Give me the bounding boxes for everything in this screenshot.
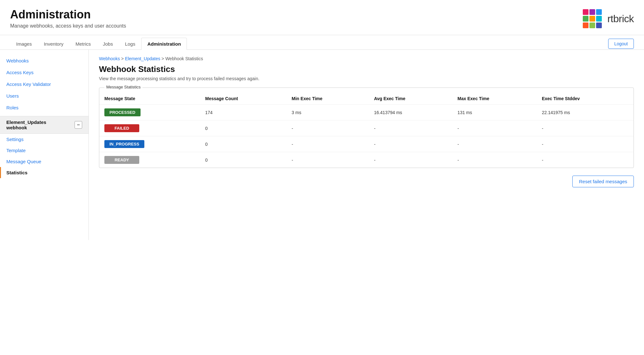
breadcrumb-sep1: > (121, 56, 125, 61)
stats-legend: Message Statistics (104, 85, 142, 89)
reset-failed-messages-button[interactable]: Reset failed messages (572, 176, 634, 187)
breadcrumb: Webhooks > Element_Updates > Webhook Sta… (99, 56, 634, 61)
cell-avg: - (369, 120, 452, 136)
cell-count: 174 (200, 105, 287, 120)
breadcrumb-element-updates[interactable]: Element_Updates (125, 56, 160, 61)
logo-area: rtbrick (581, 8, 634, 30)
tab-inventory[interactable]: Inventory (38, 38, 69, 50)
svg-rect-7 (589, 23, 595, 28)
page-title: Administration (10, 8, 126, 21)
sidebar-section-title: Element_Updateswebhook (6, 119, 46, 130)
cell-max: - (452, 120, 537, 136)
svg-rect-4 (589, 16, 595, 22)
cell-min: - (286, 136, 369, 152)
svg-rect-6 (583, 23, 588, 28)
col-header-min: Min Exec Time (286, 93, 369, 105)
tab-jobs[interactable]: Jobs (97, 38, 119, 50)
content-area: Webhooks > Element_Updates > Webhook Sta… (89, 50, 644, 240)
cell-min: - (286, 152, 369, 168)
svg-rect-5 (596, 16, 602, 22)
cell-max: - (452, 136, 537, 152)
cell-stddev: - (537, 120, 634, 136)
header-left: Administration Manage webhooks, access k… (10, 8, 126, 29)
breadcrumb-end: > Webhook Statistics (161, 56, 203, 61)
logout-button[interactable]: Logout (608, 39, 634, 49)
cell-stddev: - (537, 136, 634, 152)
tab-administration[interactable]: Administration (141, 38, 187, 50)
sidebar-item-roles[interactable]: Roles (0, 102, 89, 113)
sidebar-section-element-updates: Element_Updateswebhook − Settings Templa… (0, 116, 89, 178)
svg-rect-3 (583, 16, 588, 22)
svg-rect-0 (583, 9, 588, 15)
svg-rect-1 (589, 9, 595, 15)
cell-avg: - (369, 136, 452, 152)
sidebar-item-message-queue[interactable]: Message Queue (0, 156, 89, 167)
state-badge: PROCESSED (104, 108, 141, 116)
sidebar: Webhooks Access Keys Access Key Validato… (0, 50, 89, 240)
cell-state: READY (99, 152, 200, 168)
sidebar-item-access-keys[interactable]: Access Keys (0, 67, 89, 78)
stats-box: Message Statistics Message State Message… (99, 87, 634, 168)
svg-rect-8 (596, 23, 602, 28)
cell-state: PROCESSED (99, 105, 200, 120)
cell-avg: - (369, 152, 452, 168)
stats-table: Message State Message Count Min Exec Tim… (99, 93, 634, 168)
cell-count: 0 (200, 120, 287, 136)
table-row: FAILED 0 - - - - (99, 120, 634, 136)
breadcrumb-webhooks[interactable]: Webhooks (99, 56, 120, 61)
tab-images[interactable]: Images (10, 38, 38, 50)
sidebar-item-users[interactable]: Users (0, 90, 89, 102)
state-badge: READY (104, 156, 139, 164)
sidebar-item-settings[interactable]: Settings (0, 134, 89, 145)
content-page-title: Webhook Statistics (99, 64, 634, 74)
cell-max: - (452, 152, 537, 168)
sidebar-item-template[interactable]: Template (0, 145, 89, 156)
state-badge: IN_PROGRESS (104, 140, 144, 148)
cell-min: - (286, 120, 369, 136)
cell-stddev: 22.141975 ms (537, 105, 634, 120)
nav-tabs: Images Inventory Metrics Jobs Logs Admin… (0, 38, 644, 50)
sidebar-section-header: Element_Updateswebhook − (0, 116, 89, 134)
sidebar-item-webhooks[interactable]: Webhooks (0, 55, 89, 67)
sidebar-item-statistics[interactable]: Statistics (0, 167, 89, 178)
table-row: PROCESSED 174 3 ms 16.413794 ms 131 ms 2… (99, 105, 634, 120)
tab-logs[interactable]: Logs (119, 38, 141, 50)
col-header-stddev: Exec Time Stddev (537, 93, 634, 105)
col-header-avg: Avg Exec Time (369, 93, 452, 105)
logo-text: rtbrick (607, 13, 634, 25)
col-header-max: Max Exec Time (452, 93, 537, 105)
tab-metrics[interactable]: Metrics (69, 38, 97, 50)
cell-stddev: - (537, 152, 634, 168)
table-row: IN_PROGRESS 0 - - - - (99, 136, 634, 152)
cell-max: 131 ms (452, 105, 537, 120)
main-layout: Webhooks Access Keys Access Key Validato… (0, 50, 644, 240)
col-header-count: Message Count (200, 93, 287, 105)
cell-state: FAILED (99, 120, 200, 136)
rtbrick-logo-icon (581, 8, 603, 30)
page-subtitle: Manage webhooks, access keys and user ac… (10, 23, 126, 29)
cell-count: 0 (200, 136, 287, 152)
content-page-desc: View the message processing statistics a… (99, 76, 634, 81)
page-header: Administration Manage webhooks, access k… (0, 0, 644, 35)
cell-count: 0 (200, 152, 287, 168)
cell-min: 3 ms (286, 105, 369, 120)
state-badge: FAILED (104, 124, 139, 132)
svg-rect-2 (596, 9, 602, 15)
sidebar-item-access-key-validator[interactable]: Access Key Validator (0, 78, 89, 90)
table-row: READY 0 - - - - (99, 152, 634, 168)
cell-state: IN_PROGRESS (99, 136, 200, 152)
col-header-state: Message State (99, 93, 200, 105)
cell-avg: 16.413794 ms (369, 105, 452, 120)
sidebar-section-toggle[interactable]: − (75, 121, 82, 129)
